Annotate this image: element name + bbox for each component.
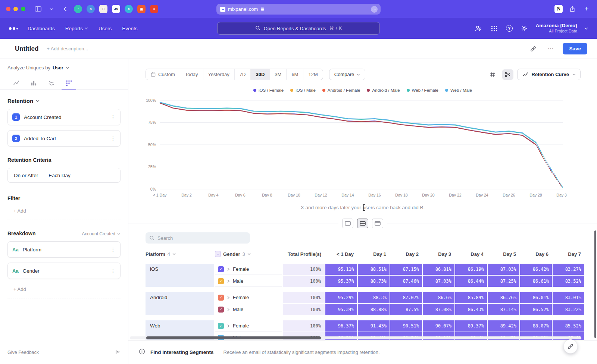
day-column-header[interactable]: Day 2 [390,251,422,257]
retention-chart[interactable]: 0%25%50%75%100%< 1 DayDay 2Day 4Day 6Day… [142,95,597,200]
day-column-header[interactable]: Day 4 [455,251,487,257]
expand-chevron-icon[interactable] [227,308,230,311]
series-checkbox[interactable]: ✓ [218,278,224,284]
day-column-header[interactable]: Day 3 [423,251,454,257]
series-checkbox[interactable]: ✓ [218,323,224,329]
expand-chevron-icon[interactable] [227,279,230,283]
help-icon[interactable]: ? [506,25,513,32]
minimize-window-button[interactable] [13,7,18,11]
table-search-input[interactable] [146,232,250,244]
retention-step-b[interactable]: 2 Added To Cart ⋮ [7,130,121,147]
criteria-interval-dropdown[interactable]: Each Day [49,173,71,178]
breakdown-options-icon[interactable]: ⋮ [110,268,116,274]
chevron-down-icon[interactable] [47,4,56,13]
legend-item[interactable]: Web / Male [445,88,472,93]
scissors-icon[interactable] [502,69,513,80]
range-30d[interactable]: 30D [250,69,269,80]
series-checkbox[interactable]: ✓ [218,295,224,301]
extension-icon[interactable]: ▣ [137,5,146,13]
range-12m[interactable]: 12M [303,69,322,80]
series-checkbox[interactable]: ✓ [218,266,224,272]
table-only-toggle[interactable] [372,219,383,228]
report-description-placeholder[interactable]: + Add description... [47,46,88,51]
copy-link-icon[interactable] [528,44,538,54]
range-custom[interactable]: Custom [146,69,180,80]
site-more-icon[interactable]: ⋯ [371,6,378,13]
legend-item[interactable]: Android / Male [367,88,400,93]
criteria-mode-dropdown[interactable]: On or After [14,173,38,178]
tab-insights[interactable] [7,76,25,89]
vertical-scrollbar-thumb[interactable] [594,230,596,338]
legend-item[interactable]: Android / Female [322,88,360,93]
close-window-button[interactable] [6,7,10,11]
split-view-toggle[interactable] [357,219,368,228]
browser-sidebar-toggle-icon[interactable] [34,4,43,13]
tab-funnels[interactable] [25,76,43,89]
extension-icon[interactable]: ◔ [74,5,82,13]
find-segments-link[interactable]: Find Interesting Segments [150,349,214,355]
horizontal-scrollbar-thumb[interactable] [146,336,321,339]
more-options-icon[interactable]: ⋯ [546,44,555,54]
day-column-header[interactable]: Day 5 [488,251,519,257]
legend-item[interactable]: iOS / Female [253,88,284,93]
report-title[interactable]: Untitled [15,45,38,53]
nav-events[interactable]: Events [122,26,137,31]
nav-reports[interactable]: Reports [65,26,88,31]
nav-users[interactable]: Users [99,26,112,31]
project-switcher[interactable]: Amazonia {Demo} All Project Data [536,23,577,34]
range-3m[interactable]: 3M [269,69,286,80]
analyze-uniques-control[interactable]: Analyze Uniques by User [7,65,121,70]
collapse-sidebar-icon[interactable] [115,349,121,356]
new-tab-icon[interactable]: + [582,4,591,13]
gender-header[interactable]: – Gender 3 [215,251,282,257]
compare-button[interactable]: Compare [329,69,365,80]
global-search[interactable]: Open Reports & Dashboards ⌘ + K [217,22,380,35]
extension-icon[interactable]: JS [112,5,120,13]
day-column-header[interactable]: < 1 Day [325,251,357,257]
nav-dashboards[interactable]: Dashboards [28,26,55,31]
series-checkbox[interactable]: ✓ [218,307,224,313]
add-breakdown-button[interactable]: + Add [7,286,121,298]
mixpanel-logo[interactable] [9,27,18,30]
expand-chevron-icon[interactable] [227,267,230,271]
day-column-header[interactable]: Day 6 [520,251,552,257]
range-yesterday[interactable]: Yesterday [203,69,234,80]
share-icon[interactable] [568,4,577,13]
retention-section-header[interactable]: Retention [7,98,121,104]
retention-step-a[interactable]: 1 Account Created ⋮ [7,109,121,125]
total-profiles-header[interactable]: Total Profile(s) [283,251,325,257]
breakdown-gender[interactable]: Aa Gender ⋮ [7,263,121,279]
breakdown-options-icon[interactable]: ⋮ [110,247,116,252]
apps-grid-icon[interactable] [490,24,499,33]
legend-item[interactable]: Web / Female [407,88,438,93]
notion-extension-icon[interactable]: N [554,5,563,13]
give-feedback-link[interactable]: Give Feedback [7,350,39,355]
extension-icon[interactable]: c [125,5,133,13]
expand-chevron-icon[interactable] [227,324,230,328]
breakdown-platform[interactable]: Aa Platform ⋮ [7,241,121,258]
expand-chevron-icon[interactable] [227,296,230,299]
users-directory-icon[interactable] [474,24,483,33]
tab-retention[interactable] [60,76,78,89]
zoom-window-button[interactable] [21,7,25,11]
chart-type-dropdown[interactable]: Retention Curve [517,69,581,80]
address-bar[interactable]: •• mixpanel.com ⋯ [216,4,381,15]
platform-header[interactable]: Platform 4 [146,251,214,257]
tab-flows[interactable] [43,76,60,89]
day-column-header[interactable]: Day 1 [358,251,390,257]
add-filter-button[interactable]: + Add [7,208,121,220]
legend-item[interactable]: iOS / Male [290,88,316,93]
horizontal-scrollbar[interactable] [130,336,581,339]
breakdown-context-dropdown[interactable]: Account Created [82,231,121,236]
back-button[interactable] [60,4,69,13]
range-today[interactable]: Today [180,69,203,80]
select-all-checkbox[interactable]: – [215,251,221,257]
range-6m[interactable]: 6M [286,69,303,80]
settings-gear-icon[interactable] [520,24,529,33]
day-column-header[interactable]: Day 7 [553,251,584,257]
extension-icon[interactable]: □ [99,5,107,13]
step-options-icon[interactable]: ⋮ [110,114,116,120]
step-options-icon[interactable]: ⋮ [110,135,116,141]
chart-only-toggle[interactable] [342,219,353,228]
save-button[interactable]: Save [563,43,587,54]
